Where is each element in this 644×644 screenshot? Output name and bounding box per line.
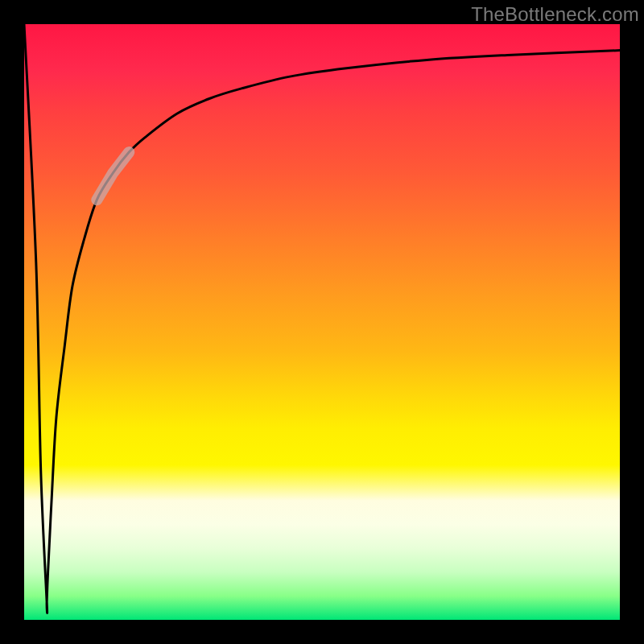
chart-root: TheBottleneck.com	[0, 0, 644, 644]
curve-svg	[24, 24, 620, 620]
bottleneck-curve	[24, 24, 620, 613]
plot-area	[24, 24, 620, 620]
bottleneck-curve-highlight	[97, 152, 129, 200]
watermark-text: TheBottleneck.com	[471, 3, 639, 26]
